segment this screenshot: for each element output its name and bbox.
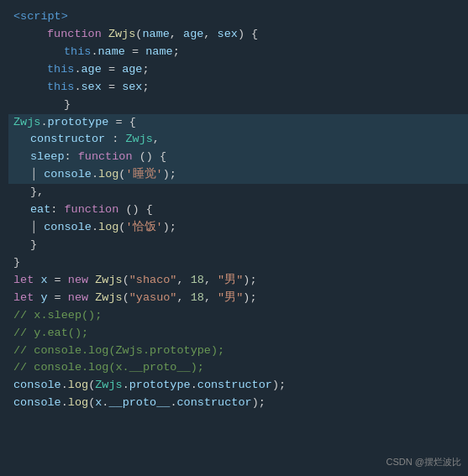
str-male2: "男"	[218, 290, 243, 307]
line-17: let y = new Zwjs ( "yasuo" , 18 , "男" );	[8, 290, 468, 307]
param-age: age	[183, 26, 203, 44]
constructor-ref2: constructor	[177, 395, 252, 412]
x-ref: x	[95, 395, 102, 412]
line-5: this . sex = sex ;	[8, 79, 468, 97]
proto-ref: prototype	[129, 377, 191, 395]
kw-function3: function	[65, 201, 119, 219]
param-name: name	[142, 26, 169, 44]
line-16: let x = new Zwjs ( "shaco" , 18 , "男" );	[8, 272, 468, 290]
class-zwjs: Zwjs	[13, 114, 40, 132]
zwjs-ref2: Zwjs	[95, 377, 122, 395]
zwjs-new2: Zwjs	[95, 290, 122, 307]
line-7: Zwjs . prototype = {	[8, 114, 468, 132]
paren-open: (	[135, 26, 142, 44]
line-1: <script>	[8, 8, 468, 26]
str-yasuo: "yasuo"	[129, 290, 177, 307]
kw-function: function	[47, 26, 108, 44]
line-22: console . log ( Zwjs . prototype . const…	[8, 377, 468, 395]
watermark: CSDN @摆烂波比	[386, 455, 461, 469]
tag-open: <script>	[13, 8, 68, 26]
line-12: eat : function () {	[8, 201, 468, 219]
log-ref: log	[98, 166, 118, 184]
eat-key: eat	[30, 201, 50, 219]
proto-ref2: __proto__	[108, 395, 170, 412]
console-ref: console	[44, 166, 92, 184]
console-ref2: console	[44, 219, 92, 237]
line-14: }	[8, 237, 468, 254]
val-name: name	[145, 44, 172, 61]
kw-function2: function	[78, 149, 133, 166]
comment-3: // console.log(Zwjs.prototype);	[13, 343, 224, 360]
kw-new2: new	[68, 290, 95, 307]
kw-new1: new	[68, 272, 95, 290]
num-18a: 18	[191, 272, 204, 290]
prop-name: name	[98, 44, 125, 61]
var-y: y	[40, 290, 47, 307]
console-ref3: console	[13, 377, 61, 395]
constructor-ref: constructor	[197, 377, 272, 395]
var-x: x	[40, 272, 47, 290]
comment-4: // console.log(x.__proto__);	[13, 359, 204, 377]
log-ref4: log	[68, 395, 88, 412]
line-15: }	[8, 254, 468, 272]
line-4: this . age = age ;	[8, 61, 468, 79]
str-male1: "男"	[218, 272, 243, 290]
line-11: },	[8, 184, 468, 201]
this-kw2: this	[47, 61, 74, 79]
log-ref3: log	[68, 377, 88, 395]
eat-string: '恰饭'	[125, 219, 162, 237]
line-21: // console.log(x.__proto__);	[8, 359, 468, 377]
kw-let2: let	[13, 290, 40, 307]
line-23: console . log ( x . __proto__ . construc…	[8, 395, 468, 412]
comment-2: // y.eat();	[13, 325, 88, 343]
kw-let1: let	[13, 272, 40, 290]
this-kw: this	[64, 44, 91, 61]
constructor-key: constructor	[30, 131, 105, 149]
log-ref2: log	[98, 219, 118, 237]
code-editor: <script> function Zwjs ( name , age , se…	[0, 0, 468, 476]
line-19: // y.eat();	[8, 325, 468, 343]
prop-sex: sex	[82, 79, 102, 97]
line-3: this . name = name ;	[8, 44, 468, 61]
param-sex: sex	[218, 26, 238, 44]
prototype: prototype	[48, 114, 109, 132]
line-10: │ console . log ( '睡觉' );	[8, 166, 468, 184]
line-2: function Zwjs ( name , age , sex ) {	[8, 26, 468, 44]
sleep-key: sleep	[30, 149, 65, 166]
str-shaco: "shaco"	[129, 272, 177, 290]
line-8: constructor : Zwjs ,	[8, 131, 468, 149]
console-ref4: console	[13, 395, 61, 412]
line-6: }	[8, 97, 468, 114]
line-9: sleep : function () {	[8, 149, 468, 166]
num-18b: 18	[191, 290, 204, 307]
val-age: age	[122, 61, 142, 79]
line-13: │ console . log ( '恰饭' );	[8, 219, 468, 237]
prop-age: age	[82, 61, 102, 79]
fn-name: Zwjs	[108, 26, 135, 44]
comment-1: // x.sleep();	[13, 307, 102, 325]
zwjs-ref: Zwjs	[125, 131, 152, 149]
val-sex: sex	[122, 79, 142, 97]
this-kw3: this	[47, 79, 74, 97]
zwjs-new1: Zwjs	[95, 272, 122, 290]
sleep-string: '睡觉'	[125, 166, 162, 184]
line-18: // x.sleep();	[8, 307, 468, 325]
line-20: // console.log(Zwjs.prototype);	[8, 343, 468, 360]
